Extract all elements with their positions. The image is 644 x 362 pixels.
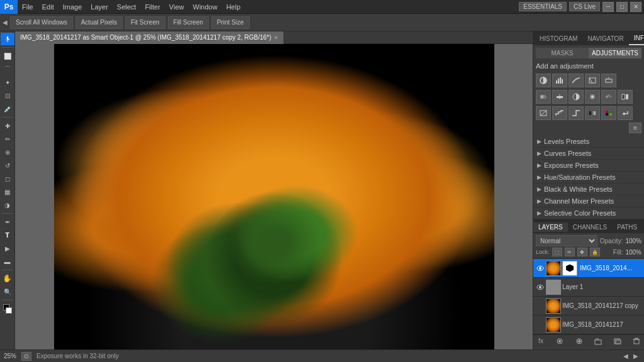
hand-tool[interactable]: ✋ xyxy=(1,272,14,285)
new-group-button[interactable] xyxy=(593,336,603,346)
preset-levels[interactable]: ▶ Levels Presets xyxy=(533,136,644,148)
tab-adjustments[interactable]: ADJUSTMENTS xyxy=(589,48,641,58)
move-tool[interactable] xyxy=(1,33,14,45)
preset-selective-color[interactable]: ▶ Selective Color Presets xyxy=(533,207,644,219)
tab-layers[interactable]: LAYERS xyxy=(533,222,568,232)
history-brush-tool[interactable]: ↺ xyxy=(1,159,14,172)
fill-screen-button[interactable]: Fill Screen xyxy=(168,16,209,29)
essentials-button[interactable]: ESSENTIALS xyxy=(519,2,567,11)
healing-brush-tool[interactable]: ✚ xyxy=(1,119,14,132)
layer-item-2[interactable]: IMG_3518_20141217 copy xyxy=(533,297,644,315)
eyedropper-tool[interactable]: 💉 xyxy=(1,102,14,115)
svg-rect-34 xyxy=(616,340,621,344)
status-next-button[interactable]: ▶ xyxy=(631,352,640,361)
photo-filter-icon[interactable] xyxy=(585,90,600,104)
add-mask-button[interactable] xyxy=(555,336,565,346)
left-toolbar: ⬜ ⌒ ✦ ⊡ 💉 ✚ ✏ ⊕ ↺ ◻ ▦ ◑ ✒ T ▶ ▬ ✋ 🔍 xyxy=(0,31,15,349)
menu-file[interactable]: File xyxy=(18,2,38,12)
preset-hue-saturation[interactable]: ▶ Hue/Saturation Presets xyxy=(533,172,644,184)
status-bar: 25% i Exposure works in 32-bit only ◀ ▶ xyxy=(0,349,644,362)
brightness-contrast-icon[interactable] xyxy=(536,74,551,87)
close-button[interactable]: ✕ xyxy=(630,2,641,12)
delete-layer-button[interactable] xyxy=(631,336,641,346)
tool-nav-arrow[interactable]: ◀ xyxy=(3,19,8,26)
fit-screen-button[interactable]: Fit Screen xyxy=(125,16,165,29)
tab-navigator[interactable]: NAVIGATOR xyxy=(582,31,628,45)
brush-tool[interactable]: ✏ xyxy=(1,133,14,145)
restore-button[interactable]: □ xyxy=(616,2,628,12)
posterize-icon[interactable] xyxy=(552,106,567,120)
lock-all-btn[interactable]: 🔒 xyxy=(590,248,600,256)
lock-image-btn[interactable]: ✏ xyxy=(565,248,575,256)
document-tab[interactable]: IMG_3518_20141217 as Smart Object-1 @ 25… xyxy=(15,31,284,44)
menu-view[interactable]: View xyxy=(165,2,189,12)
clone-stamp-tool[interactable]: ⊕ xyxy=(1,146,14,158)
curves-icon[interactable] xyxy=(569,74,584,87)
status-prev-button[interactable]: ◀ xyxy=(621,352,630,361)
path-selection-tool[interactable]: ▶ xyxy=(1,242,14,255)
new-fill-adj-button[interactable] xyxy=(574,336,584,346)
minimize-button[interactable]: ─ xyxy=(602,2,614,12)
preset-channel-mixer[interactable]: ▶ Channel Mixer Presets xyxy=(533,195,644,207)
tab-paths[interactable]: PATHS xyxy=(612,222,642,232)
lock-transparent-btn[interactable]: ⬚ xyxy=(552,248,562,256)
layer-item-1[interactable]: Layer 1 xyxy=(533,278,644,297)
selective-color-icon[interactable] xyxy=(601,106,616,120)
layer-item-3[interactable]: IMG_3518_20141217 xyxy=(533,315,644,334)
menu-window[interactable]: Window xyxy=(189,2,222,12)
layer-fx-button[interactable]: fx xyxy=(536,336,546,346)
menu-layer[interactable]: Layer xyxy=(86,2,113,12)
lasso-tool[interactable]: ⌒ xyxy=(1,63,14,75)
status-info-button[interactable]: i xyxy=(21,352,31,361)
exposure-icon[interactable] xyxy=(585,74,600,87)
vibrance-icon[interactable] xyxy=(601,74,616,87)
blend-mode-select[interactable]: Normal Multiply Screen Overlay xyxy=(536,235,597,246)
return-icon[interactable] xyxy=(618,106,633,120)
type-tool[interactable]: T xyxy=(1,229,14,241)
layer-visibility-0[interactable] xyxy=(536,264,545,273)
menu-image[interactable]: Image xyxy=(58,2,87,12)
dodge-tool[interactable]: ◑ xyxy=(1,199,14,211)
preset-black-white[interactable]: ▶ Black & White Presets xyxy=(533,184,644,195)
actual-pixels-button[interactable]: Actual Pixels xyxy=(75,16,123,29)
tab-info[interactable]: INFO xyxy=(629,31,644,45)
menu-select[interactable]: Select xyxy=(113,2,141,12)
scroll-all-button[interactable]: Scroll All Windows xyxy=(10,16,73,29)
crop-tool[interactable]: ⊡ xyxy=(1,89,14,102)
channel-mixer-icon[interactable] xyxy=(601,90,616,104)
quick-selection-tool[interactable]: ✦ xyxy=(1,76,14,89)
rectangular-marquee-tool[interactable]: ⬜ xyxy=(1,50,14,62)
zoom-tool[interactable]: 🔍 xyxy=(1,285,14,298)
color-balance-icon[interactable] xyxy=(552,90,567,104)
canvas-scroll-area[interactable] xyxy=(15,44,533,349)
print-size-button[interactable]: Print Size xyxy=(211,16,250,29)
cslive-button[interactable]: CS Live xyxy=(569,2,600,11)
presets-button[interactable]: ≡ xyxy=(629,123,641,133)
lock-position-btn[interactable]: ✤ xyxy=(577,248,587,256)
pen-tool[interactable]: ✒ xyxy=(1,216,14,228)
shape-tool[interactable]: ▬ xyxy=(1,255,14,268)
svg-point-26 xyxy=(539,267,541,270)
black-white-icon[interactable] xyxy=(569,90,584,104)
tab-close-icon[interactable]: ✕ xyxy=(274,35,279,41)
threshold-icon[interactable] xyxy=(569,106,584,120)
gradient-map-icon[interactable] xyxy=(585,106,600,120)
preset-exposure[interactable]: ▶ Exposure Presets xyxy=(533,160,644,172)
color-lookup-icon[interactable] xyxy=(618,90,633,104)
invert-icon[interactable] xyxy=(536,106,551,120)
tab-channels[interactable]: CHANNELS xyxy=(568,222,612,232)
eraser-tool[interactable]: ◻ xyxy=(1,172,14,185)
tab-masks[interactable]: MASKS xyxy=(536,48,589,58)
gradient-tool[interactable]: ▦ xyxy=(1,185,14,198)
foreground-color[interactable] xyxy=(1,302,14,315)
preset-curves[interactable]: ▶ Curves Presets xyxy=(533,148,644,160)
new-layer-button[interactable] xyxy=(613,336,623,346)
menu-help[interactable]: Help xyxy=(222,2,245,12)
levels-icon[interactable] xyxy=(552,74,567,87)
tab-histogram[interactable]: HISTOGRAM xyxy=(535,31,582,45)
menu-edit[interactable]: Edit xyxy=(38,2,58,12)
layer-item-0[interactable]: IMG_3518_2014... xyxy=(533,259,644,278)
layer-visibility-1[interactable] xyxy=(536,283,545,292)
hue-saturation-icon[interactable] xyxy=(536,90,551,104)
menu-filter[interactable]: Filter xyxy=(140,2,164,12)
